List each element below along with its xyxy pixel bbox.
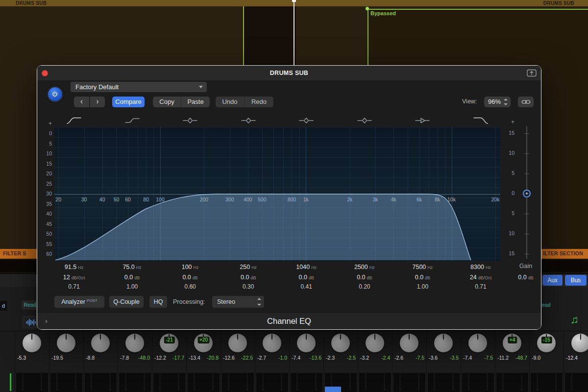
channel-knob[interactable] bbox=[23, 334, 41, 352]
band-frequency[interactable]: 1040Hz bbox=[279, 261, 333, 271]
highpass-band-icon[interactable] bbox=[66, 116, 82, 125]
level-value: -9.0 bbox=[532, 355, 540, 361]
master-gain-value[interactable]: 0.0dB bbox=[499, 271, 553, 282]
playhead-handle[interactable] bbox=[292, 0, 296, 2]
band-gain-or-slope[interactable]: 0.0dB bbox=[105, 271, 159, 282]
band-2-parameters: 75.0Hz0.0dB1.00 bbox=[105, 261, 159, 292]
band-q[interactable]: 1.00 bbox=[395, 282, 449, 292]
channel-meter bbox=[291, 373, 322, 392]
band-q[interactable]: 0.71 bbox=[454, 282, 508, 292]
channel-knob[interactable] bbox=[297, 334, 316, 352]
mixer-channel: -12.6-22.5 bbox=[220, 331, 255, 392]
channel-knob[interactable] bbox=[366, 334, 384, 352]
highshelf-band-icon[interactable] bbox=[414, 116, 431, 125]
redo-button[interactable]: Redo bbox=[244, 97, 273, 107]
freq-tick-label: 200 bbox=[200, 196, 209, 202]
channel-knob[interactable] bbox=[125, 334, 144, 352]
channel-knob[interactable] bbox=[91, 334, 110, 352]
automation-mode-read-right[interactable]: ead bbox=[542, 302, 551, 308]
edge-tab: d bbox=[0, 301, 7, 311]
gain-scale-label: 15 bbox=[504, 250, 514, 256]
channel-knob[interactable] bbox=[263, 334, 281, 352]
automation-node[interactable] bbox=[366, 7, 369, 10]
freq-tick-label: 20k bbox=[491, 196, 500, 202]
next-preset-button[interactable]: › bbox=[90, 97, 105, 107]
gain-scale-plus[interactable]: + bbox=[504, 119, 514, 125]
playhead[interactable] bbox=[294, 0, 294, 65]
channel-values: -7.4-7.5 bbox=[461, 355, 495, 361]
lowpass-band-icon[interactable] bbox=[472, 116, 489, 125]
band-gain-or-slope[interactable]: 0.0dB bbox=[279, 271, 333, 282]
close-button[interactable] bbox=[42, 70, 48, 76]
channel-values: -5.3 bbox=[15, 355, 49, 361]
window-collapse-icon[interactable] bbox=[527, 69, 537, 77]
copy-button[interactable]: Copy bbox=[153, 97, 181, 107]
bell-band-icon[interactable] bbox=[240, 116, 257, 125]
compare-button[interactable]: Compare bbox=[112, 97, 145, 107]
channel-knob[interactable] bbox=[228, 334, 247, 352]
plugin-titlebar[interactable]: DRUMS SUB bbox=[37, 66, 541, 80]
mixer-channel: -19.5 bbox=[49, 331, 83, 392]
undo-button[interactable]: Undo bbox=[216, 97, 244, 107]
channel-meter bbox=[153, 373, 185, 392]
band-gain-or-slope[interactable]: 12dB/Oct bbox=[47, 271, 101, 282]
channel-knob[interactable] bbox=[331, 334, 350, 352]
band-q[interactable]: 0.41 bbox=[279, 282, 333, 292]
band-gain-or-slope[interactable]: 0.0dB bbox=[338, 271, 392, 282]
previous-preset-button[interactable]: ‹ bbox=[74, 97, 89, 107]
plugin-name: Channel EQ bbox=[267, 317, 311, 325]
copy-paste-group: Copy Paste bbox=[153, 97, 210, 107]
band-gain-or-slope[interactable]: 0.0dB bbox=[221, 271, 275, 282]
band-q[interactable]: 0.60 bbox=[163, 282, 217, 292]
analyzer-button[interactable]: Analyzer POST bbox=[54, 296, 104, 308]
channel-meter bbox=[393, 373, 425, 392]
band-frequency[interactable]: 100Hz bbox=[163, 261, 217, 271]
channel-knob[interactable] bbox=[468, 334, 487, 352]
processing-dropdown[interactable]: Stereo bbox=[212, 296, 264, 308]
band-frequency[interactable]: 2500Hz bbox=[338, 261, 392, 271]
disclosure-chevron-icon[interactable]: › bbox=[45, 313, 48, 329]
analyzer-scale-plus[interactable]: + bbox=[41, 120, 52, 127]
view-zoom-stepper[interactable]: 96% bbox=[484, 97, 511, 107]
q-couple-button[interactable]: Q-Couple bbox=[109, 296, 144, 308]
channel-knob[interactable] bbox=[571, 334, 588, 352]
paste-button[interactable]: Paste bbox=[181, 97, 210, 107]
level-value: -7.4 bbox=[292, 355, 300, 361]
link-button[interactable] bbox=[518, 97, 534, 107]
analyzer-scale-label: 5 bbox=[41, 141, 52, 147]
level-value: -19.5 bbox=[51, 355, 63, 361]
band-frequency[interactable]: 7500Hz bbox=[395, 261, 449, 271]
gain-scale-label: 0 bbox=[504, 190, 514, 196]
band-frequency[interactable]: 91.5Hz bbox=[47, 261, 101, 271]
bus-button[interactable]: Bus bbox=[565, 275, 587, 286]
channel-meter bbox=[428, 373, 460, 392]
band-q[interactable]: 1.00 bbox=[105, 282, 159, 292]
band-frequency[interactable]: 75.0Hz bbox=[105, 261, 159, 271]
plugin-power-button[interactable] bbox=[46, 85, 64, 103]
band-q[interactable]: 0.30 bbox=[221, 282, 275, 292]
band-q[interactable]: 0.71 bbox=[47, 282, 101, 292]
band-gain-or-slope[interactable]: 0.0dB bbox=[395, 271, 449, 282]
bell-band-icon[interactable] bbox=[298, 116, 315, 125]
channel-values: -12.2-17.7 bbox=[152, 355, 186, 361]
selected-fader-cap[interactable] bbox=[325, 387, 341, 392]
lowshelf-band-icon[interactable] bbox=[124, 116, 141, 125]
band-frequency[interactable]: 250Hz bbox=[221, 261, 275, 271]
track-name-right: DRUMS SUB bbox=[543, 0, 574, 6]
eq-graph[interactable]: 2030405060801002003004005008001k2k3k4k6k… bbox=[54, 127, 500, 261]
channel-meter bbox=[256, 373, 288, 392]
channel-knob[interactable] bbox=[400, 334, 418, 352]
channel-values: -13.4-20.8 bbox=[187, 355, 220, 361]
level-value: -12.2 bbox=[154, 355, 166, 361]
automation-mode-read-left[interactable]: Read bbox=[22, 300, 38, 310]
peak-value: -7.5 bbox=[416, 355, 424, 361]
gain-scale-label: 10 bbox=[504, 150, 514, 156]
hq-button[interactable]: HQ bbox=[149, 296, 167, 308]
channel-knob[interactable] bbox=[57, 334, 75, 352]
bell-band-icon[interactable] bbox=[182, 116, 198, 125]
preset-dropdown[interactable]: Factory Default bbox=[71, 82, 207, 92]
channel-knob[interactable] bbox=[434, 334, 453, 352]
bell-band-icon[interactable] bbox=[356, 116, 373, 125]
band-q[interactable]: 0.20 bbox=[338, 282, 392, 292]
band-gain-or-slope[interactable]: 0.0dB bbox=[163, 271, 217, 282]
